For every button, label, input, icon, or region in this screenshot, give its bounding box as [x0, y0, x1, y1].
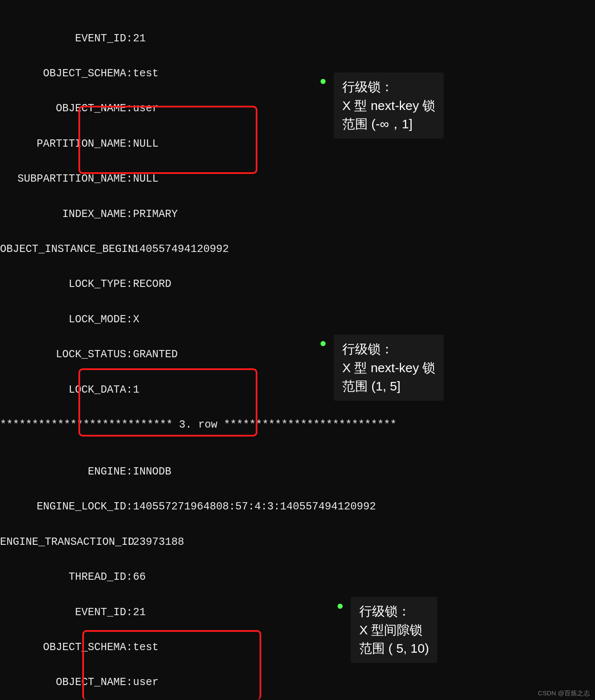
field-value: 23973188 [132, 536, 184, 548]
output-row: INDEX_NAME:PRIMARY [0, 208, 396, 220]
field-value: user [132, 677, 159, 688]
annotation-line: 范围 (-∞，1] [342, 115, 435, 133]
field-value: NULL [132, 173, 159, 185]
annotation-line: 行级锁： [359, 602, 429, 621]
annotation-line: 行级锁： [342, 340, 435, 359]
field-key: OBJECT_NAME [0, 677, 126, 688]
field-key: ENGINE [0, 466, 126, 477]
field-key: OBJECT_INSTANCE_BEGIN [0, 243, 126, 255]
field-key: ENGINE_TRANSACTION_ID [0, 536, 126, 548]
field-key: OBJECT_SCHEMA [0, 642, 126, 653]
connector-dot-icon [338, 604, 343, 609]
annotation-callout: 行级锁： X 型 next-key 锁 范围 (-∞，1] [334, 72, 444, 139]
field-key: OBJECT_NAME [0, 103, 126, 114]
output-row: LOCK_TYPE:RECORD [0, 278, 396, 290]
field-value: test [132, 68, 159, 79]
field-value: 140557494120992 [132, 243, 229, 255]
field-value: INNODB [132, 466, 171, 477]
field-key: INDEX_NAME [0, 208, 126, 220]
output-row: PARTITION_NAME:NULL [0, 138, 396, 150]
watermark: CSDN @百炼之志 [538, 690, 590, 697]
output-row: OBJECT_SCHEMA:test [0, 642, 396, 653]
output-row: ENGINE_TRANSACTION_ID:23973188 [0, 536, 396, 548]
output-row: EVENT_ID:21 [0, 607, 396, 618]
field-key: SUBPARTITION_NAME [0, 173, 126, 185]
annotation-line: X 型间隙锁 [359, 621, 429, 639]
field-key: LOCK_DATA [0, 384, 126, 396]
annotation-line: 范围 ( 5, 10) [359, 639, 429, 658]
field-value: 1 [132, 384, 139, 396]
annotation-line: 范围 (1, 5] [342, 377, 435, 396]
field-value: NULL [132, 138, 159, 150]
row-separator: *************************** 3. row *****… [0, 419, 396, 431]
field-key: OBJECT_SCHEMA [0, 68, 126, 79]
field-key: THREAD_ID [0, 571, 126, 583]
field-key: LOCK_STATUS [0, 349, 126, 360]
field-value: 21 [132, 33, 146, 44]
annotation-line: X 型 next-key 锁 [342, 359, 435, 377]
annotation-line: X 型 next-key 锁 [342, 96, 435, 115]
output-row: LOCK_MODE:X [0, 314, 396, 325]
field-key: PARTITION_NAME [0, 138, 126, 150]
field-value: RECORD [132, 278, 171, 290]
output-row: OBJECT_INSTANCE_BEGIN:140557494120992 [0, 243, 396, 255]
output-row: ENGINE:INNODB [0, 466, 396, 477]
field-value: 140557271964808:57:4:3:140557494120992 [132, 501, 376, 512]
field-value: test [132, 642, 159, 653]
connector-dot-icon [321, 341, 326, 346]
field-value: PRIMARY [132, 208, 178, 220]
field-key: ENGINE_LOCK_ID [0, 501, 126, 512]
field-key: EVENT_ID [0, 607, 126, 618]
field-value: user [132, 103, 159, 114]
output-row: THREAD_ID:66 [0, 571, 396, 583]
output-row: OBJECT_NAME:user [0, 677, 396, 688]
annotation-callout: 行级锁： X 型 next-key 锁 范围 (1, 5] [334, 335, 444, 401]
field-value: 21 [132, 607, 146, 618]
annotation-line: 行级锁： [342, 78, 435, 96]
field-key: LOCK_TYPE [0, 278, 126, 290]
output-row: SUBPARTITION_NAME:NULL [0, 173, 396, 185]
field-value: X [132, 314, 139, 325]
annotation-callout: 行级锁： X 型间隙锁 范围 ( 5, 10) [351, 597, 437, 663]
field-value: 66 [132, 571, 146, 583]
output-row: EVENT_ID:21 [0, 33, 396, 44]
field-key: LOCK_MODE [0, 314, 126, 325]
output-row: ENGINE_LOCK_ID:140557271964808:57:4:3:14… [0, 501, 396, 512]
field-value: GRANTED [132, 349, 178, 360]
field-key: EVENT_ID [0, 33, 126, 44]
connector-dot-icon [321, 79, 326, 84]
